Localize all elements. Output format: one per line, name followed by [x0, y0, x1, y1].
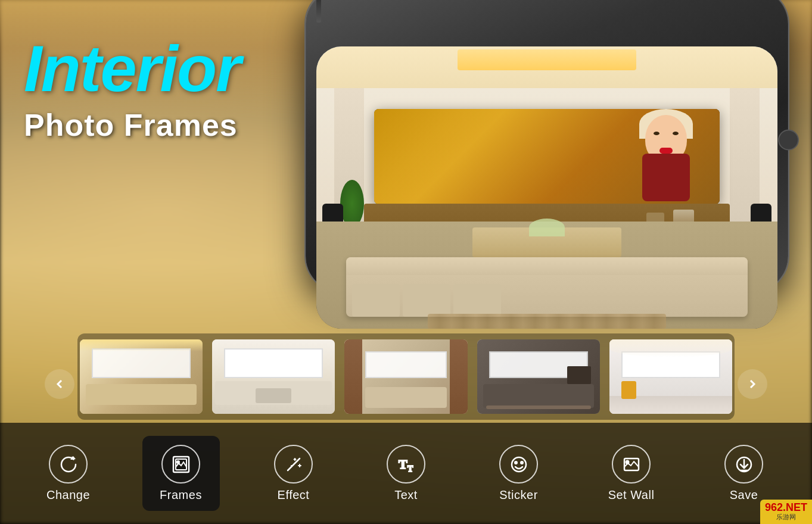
change-icon-circle [49, 445, 88, 484]
tv-woman-body [642, 154, 690, 201]
watermark: 962.NET 乐游网 [760, 500, 812, 524]
phone-floor [316, 222, 777, 329]
toolbar-item-frames[interactable]: Frames [142, 436, 220, 511]
phone-coffee-table [472, 227, 621, 257]
toolbar-item-effect[interactable]: Effect [255, 436, 332, 511]
title-area: Interior Photo Frames [24, 36, 240, 143]
toolbar-item-change[interactable]: Change [30, 436, 107, 511]
svg-line-4 [288, 461, 297, 470]
nav-arrow-right[interactable] [738, 369, 767, 399]
watermark-sub: 乐游网 [765, 513, 807, 522]
phone-ceiling-light [458, 49, 636, 70]
svg-point-3 [177, 461, 179, 463]
tv-photo-content [374, 109, 720, 204]
svg-point-15 [521, 461, 523, 464]
nav-arrow-left[interactable] [45, 369, 74, 399]
frame-thumbnail-4[interactable] [477, 339, 600, 414]
svg-point-14 [515, 461, 517, 464]
frames-icon-circle [161, 445, 200, 484]
tv-woman-figure [630, 115, 702, 201]
frame-thumbnail-3[interactable] [344, 339, 467, 414]
app-title-line2: Photo Frames [24, 107, 240, 143]
svg-text:T: T [399, 457, 407, 472]
toolbar-item-sticker[interactable]: Sticker [480, 436, 558, 511]
frame-thumbnail-1[interactable] [80, 339, 203, 414]
frames-icon [170, 454, 192, 475]
text-icon-circle: T T [387, 445, 425, 484]
svg-line-5 [297, 458, 300, 461]
svg-text:T: T [407, 464, 413, 473]
text-label: Text [394, 488, 418, 502]
setwall-label: Set Wall [608, 488, 655, 502]
phone-tv-frame [374, 109, 720, 204]
phone-ceiling [316, 46, 777, 94]
setwall-icon [621, 454, 642, 475]
phone-power-button [316, 0, 321, 23]
save-icon-circle [724, 445, 763, 484]
toolbar-item-setwall[interactable]: Set Wall [593, 436, 670, 511]
svg-point-13 [512, 457, 526, 472]
frames-label: Frames [160, 488, 202, 502]
frames-strip [77, 333, 735, 420]
sticker-icon [508, 454, 530, 475]
phone-plant-leaves [340, 180, 364, 227]
save-icon [733, 454, 755, 475]
save-label: Save [730, 488, 758, 502]
phone-screen [316, 46, 777, 329]
change-label: Change [46, 488, 90, 502]
phone-sofa [346, 257, 748, 317]
phone-home-button [778, 130, 799, 151]
setwall-icon-circle [612, 445, 651, 484]
frame-thumbnail-2[interactable] [212, 339, 335, 414]
phone-rug [428, 314, 666, 329]
phone-mockup [306, 0, 794, 298]
refresh-icon [58, 454, 79, 475]
sticker-icon-circle [499, 445, 538, 484]
app-title-line1: Interior [24, 36, 240, 101]
watermark-site: 962.NET [765, 502, 807, 513]
toolbar: Change Frames [0, 423, 812, 524]
toolbar-item-text[interactable]: T T Text [368, 436, 445, 511]
phone-outer-frame [306, 0, 788, 292]
svg-point-17 [626, 460, 629, 463]
phone-bowl [529, 219, 565, 236]
effect-label: Effect [278, 488, 310, 502]
effect-icon [283, 454, 304, 475]
phone-screen-content [316, 46, 777, 329]
text-icon: T T [396, 454, 417, 475]
effect-icon-circle [274, 445, 313, 484]
sticker-label: Sticker [499, 488, 538, 502]
frame-thumbnail-5[interactable] [609, 339, 732, 414]
